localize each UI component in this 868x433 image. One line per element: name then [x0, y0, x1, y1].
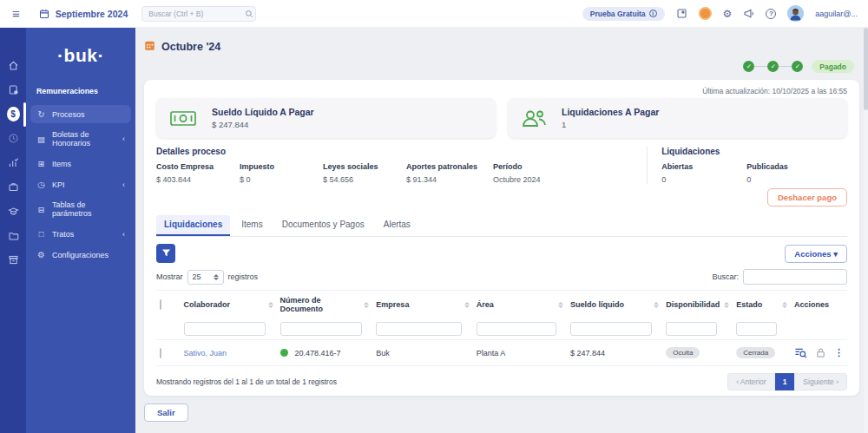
sidebar-item-procesos[interactable]: ↻ Procesos: [30, 105, 131, 123]
show-label: Mostrar: [156, 272, 183, 281]
tab-documentos-y-pagos[interactable]: Documentos y Pagos: [274, 215, 372, 236]
column-header-empresa[interactable]: Empresa: [376, 300, 409, 309]
gear-icon[interactable]: ⚙: [723, 8, 733, 20]
training-cap-icon[interactable]: [7, 205, 20, 218]
sidebar-item-boletas-de-honorarios[interactable]: ▤ Boletas de Honorarios ‹: [30, 126, 131, 152]
details-fields: Costo Empresa $ 403.844 Impuesto $ 0 Ley…: [156, 162, 647, 184]
view-payslip-icon[interactable]: [794, 347, 807, 358]
area-cell: Planta A: [477, 349, 506, 358]
column-header-disponibilidad[interactable]: Disponibilidad: [666, 300, 720, 309]
performance-chart-icon[interactable]: [7, 156, 20, 169]
table-header-row: Colaborador Número de Documento Empresa …: [156, 291, 847, 319]
tab-items[interactable]: Items: [233, 215, 270, 236]
points-coin-icon[interactable]: [699, 7, 712, 20]
page-size-select[interactable]: 25: [187, 270, 224, 285]
sidebar-item-kpi[interactable]: ◷ KPI ‹: [30, 175, 131, 194]
search-label: Buscar:: [712, 272, 739, 281]
column-header-area[interactable]: Área: [477, 300, 494, 309]
table-search-input[interactable]: [743, 269, 847, 285]
bank-icon[interactable]: [7, 253, 20, 266]
sort-icon[interactable]: [558, 302, 563, 308]
user-avatar[interactable]: [787, 5, 804, 22]
column-header-colaborador[interactable]: Colaborador: [184, 300, 231, 309]
calendar-icon[interactable]: [39, 9, 49, 19]
sort-icon[interactable]: [268, 302, 273, 308]
tab-liquidaciones[interactable]: Liquidaciones: [156, 215, 230, 236]
window-icon[interactable]: [676, 8, 687, 19]
briefcase-icon[interactable]: [7, 180, 20, 194]
hamburger-menu-icon[interactable]: ≡: [12, 6, 20, 21]
scrollbar[interactable]: [864, 28, 868, 433]
field-leyes-sociales: Leyes sociales $ 54.656: [323, 162, 406, 184]
actions-dropdown-button[interactable]: Acciones ▾: [785, 245, 847, 263]
clipboard-icon[interactable]: [7, 83, 20, 96]
field-publicadas: Publicadas 0: [746, 162, 832, 184]
clock-icon[interactable]: [7, 132, 20, 145]
topbar: ≡ Septiembre 2024 Prueba Gratuita i ⚙ ? …: [0, 0, 868, 28]
sort-icon[interactable]: [654, 302, 659, 308]
field-costo-empresa: Costo Empresa $ 403.844: [156, 162, 240, 184]
progress-connector: [779, 66, 792, 68]
actions-label: Acciones: [794, 249, 831, 259]
scrollbar-thumb[interactable]: [864, 28, 868, 110]
stat-value: 1: [562, 120, 659, 129]
user-email[interactable]: aaguilar@...: [815, 10, 858, 18]
exit-button[interactable]: Salir: [144, 403, 188, 422]
period-selector[interactable]: Septiembre 2024: [56, 9, 128, 19]
filter-input-empresa[interactable]: [376, 322, 462, 336]
field-label: Publicadas: [746, 162, 823, 171]
sidebar-item-configuraciones[interactable]: ⚙ Configuraciones: [30, 246, 131, 264]
sort-icon[interactable]: [724, 302, 729, 308]
filter-button[interactable]: [156, 244, 175, 263]
stat-title: Sueldo Líquido A Pagar: [212, 107, 314, 117]
table-row: Sativo, Juan 20.478.416-7 Buk Planta A $…: [156, 340, 847, 366]
megaphone-icon[interactable]: [743, 8, 754, 19]
column-header-estado[interactable]: Estado: [736, 300, 762, 309]
progress-step-check-icon: ✓: [743, 61, 754, 72]
sidebar-item-tratos[interactable]: □ Tratos ‹: [30, 225, 131, 243]
folder-icon[interactable]: [7, 229, 20, 242]
column-header-sueldo-liquido[interactable]: Sueldo líquido: [570, 300, 624, 309]
trial-badge[interactable]: Prueba Gratuita i: [582, 7, 665, 21]
filter-input-area[interactable]: [477, 322, 556, 336]
filter-input-documento[interactable]: [280, 322, 363, 336]
more-options-icon[interactable]: ⋮: [834, 347, 844, 358]
home-icon[interactable]: [7, 59, 20, 72]
pagination-page-1[interactable]: 1: [775, 373, 795, 390]
column-header-documento[interactable]: Número de Documento: [280, 296, 362, 313]
pagination-next-button[interactable]: Siguiente ›: [794, 373, 847, 390]
pagination: ‹ Anterior 1 Siguiente ›: [727, 373, 847, 390]
select-all-checkbox[interactable]: [160, 299, 161, 310]
row-checkbox[interactable]: [160, 348, 161, 358]
sidebar-item-tablas-de-parametros[interactable]: ⊟ Tablas de parámetros: [30, 196, 131, 222]
lock-icon[interactable]: [815, 347, 826, 358]
filter-input-estado[interactable]: [736, 322, 777, 336]
filter-input-sueldo[interactable]: [570, 322, 652, 336]
progress-step-check-icon: ✓: [767, 61, 779, 72]
sort-icon[interactable]: [364, 302, 369, 308]
employee-link[interactable]: Sativo, Juan: [184, 349, 227, 358]
remunerations-dollar-icon[interactable]: $: [7, 108, 20, 121]
company-cell: Buk: [376, 349, 390, 358]
field-label: Aportes patronales: [406, 162, 484, 171]
global-search[interactable]: [141, 6, 256, 22]
search-input[interactable]: [148, 10, 245, 18]
toolbar-row: Acciones ▾: [156, 244, 847, 263]
calendar-orange-icon: [144, 39, 155, 55]
sort-icon[interactable]: [464, 302, 470, 308]
field-label: Abiertas: [661, 162, 738, 171]
sync-icon: ↻: [36, 109, 46, 119]
undo-payment-button[interactable]: Deshacer pago: [767, 188, 847, 207]
pagination-prev-button[interactable]: ‹ Anterior: [727, 373, 775, 390]
page-size-value: 25: [193, 272, 201, 281]
field-value: 0: [661, 175, 738, 184]
filter-input-disponibilidad[interactable]: [666, 322, 716, 336]
filter-input-colaborador[interactable]: [184, 322, 266, 336]
sidebar-item-items[interactable]: ⊞ Items: [30, 154, 131, 173]
progress-connector: [754, 66, 767, 68]
liquidaciones-fields: Abiertas 0 Publicadas 0: [661, 162, 847, 184]
help-icon[interactable]: ?: [766, 9, 776, 19]
tab-alertas[interactable]: Alertas: [376, 215, 418, 236]
sort-icon[interactable]: [782, 302, 787, 308]
field-value: $ 403.844: [156, 175, 231, 184]
